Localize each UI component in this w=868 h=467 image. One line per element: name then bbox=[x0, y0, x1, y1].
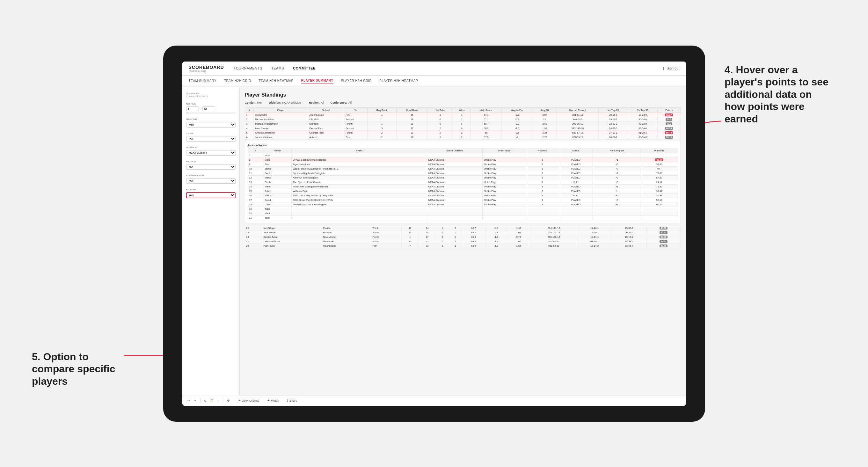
gender-select[interactable]: Men bbox=[186, 122, 236, 127]
no-rds-slider[interactable] bbox=[186, 113, 236, 114]
cell-points[interactable]: 40.58 bbox=[647, 226, 681, 230]
event-table-row: 8 Mats UNCW Seahawk Intercollegiate NCAA… bbox=[248, 157, 678, 162]
ecell-player[interactable]: Mats bbox=[263, 157, 292, 162]
ecell-w-points[interactable]: 30.47 bbox=[641, 189, 678, 193]
ecell-w-points[interactable]: 50.64 bbox=[641, 157, 678, 162]
ecell-w-points[interactable] bbox=[641, 211, 678, 216]
sign-out-btn[interactable]: Sign out bbox=[666, 66, 679, 70]
ecell-rank-impact: 1 bbox=[593, 189, 641, 193]
cell-points[interactable]: 40.27 bbox=[647, 230, 681, 235]
cell-conf-rank: 21 bbox=[397, 130, 428, 135]
cell-school: Florida bbox=[322, 226, 371, 230]
ecell-event-type: Stroke Play bbox=[482, 162, 526, 166]
ecell-player[interactable]: David bbox=[263, 198, 292, 202]
annotation-4-text: 4. Hover over a player's points to see a… bbox=[724, 64, 829, 125]
subnav-team-summary[interactable]: TEAM SUMMARY bbox=[189, 78, 217, 84]
nav-tournaments[interactable]: TOURNAMENTS bbox=[234, 65, 262, 71]
cell-player[interactable]: Jack Lundin bbox=[262, 230, 322, 235]
ecell-rounds: 3 bbox=[526, 166, 559, 171]
cell-player[interactable]: Wenyi Ding bbox=[254, 113, 308, 117]
ecell-w-points[interactable]: 25.38 bbox=[641, 193, 678, 198]
cell-player[interactable]: Jackson Kolson bbox=[254, 135, 308, 139]
ecell-player[interactable]: Phich bbox=[263, 180, 292, 184]
nav-teams[interactable]: TEAMS bbox=[271, 65, 284, 71]
toolbar-redo[interactable]: ↪ bbox=[194, 399, 196, 402]
ecell-w-points[interactable]: 16.90 bbox=[641, 184, 678, 189]
toolbar-clock[interactable]: ⏱ bbox=[227, 399, 230, 402]
no-rds-from-input[interactable] bbox=[186, 106, 199, 111]
cell-vs-top25: 29-15-0 bbox=[599, 113, 628, 117]
toolbar-minus[interactable]: − bbox=[217, 399, 219, 402]
main-content: Update time: 27/01/2024 16:56:26 No Rds.… bbox=[182, 87, 686, 396]
cell-points[interactable]: 39.95 bbox=[647, 239, 681, 244]
ecell-player[interactable]: Nichi bbox=[263, 153, 292, 157]
toolbar-share[interactable]: ⤴ Share bbox=[287, 399, 297, 402]
ecell-player[interactable]: Gordo bbox=[263, 171, 292, 175]
event-table-row: 9 Prest Tiger Invitational NCAA Division… bbox=[248, 162, 678, 166]
region-select[interactable]: N/A bbox=[186, 164, 236, 169]
ecell-player[interactable]: Jake I bbox=[263, 189, 292, 193]
cell-player[interactable]: Michael Thorbjornsen bbox=[254, 121, 308, 126]
ecell-w-points[interactable] bbox=[641, 153, 678, 157]
cell-points[interactable]: 68.54 bbox=[657, 126, 681, 130]
cell-player[interactable]: Christo Lamprecht bbox=[254, 130, 308, 135]
cell-player[interactable]: Michael La Sasso bbox=[254, 117, 308, 121]
cell-points[interactable]: 58.18 bbox=[657, 135, 681, 139]
cell-conf-rank: 21 bbox=[397, 121, 428, 126]
ecell-player[interactable]: Alex C bbox=[263, 193, 292, 198]
ecell-player[interactable]: Jacob bbox=[263, 166, 292, 171]
cell-overall: 452-96-12 bbox=[530, 239, 577, 244]
toolbar-paste[interactable]: 📋 bbox=[210, 399, 214, 402]
cell-points[interactable]: 60.49 bbox=[657, 130, 681, 135]
sidebar-conference-section: Conference (All) bbox=[186, 174, 236, 184]
ecell-rounds bbox=[526, 153, 559, 157]
ecell-w-points[interactable]: 73.83 bbox=[641, 171, 678, 175]
ecell-w-points[interactable]: 56.18 bbox=[641, 198, 678, 202]
subnav-team-h2h-grid[interactable]: TEAM H2H GRID bbox=[224, 78, 251, 84]
ecell-player[interactable]: Mattt bbox=[263, 211, 292, 216]
cell-avg-to-par: -1.8 bbox=[485, 244, 507, 248]
cell-points[interactable]: 76.3 bbox=[657, 117, 681, 121]
cell-vs-top50: 35-16-4 bbox=[628, 117, 657, 121]
ecell-w-points[interactable]: 57.57 bbox=[641, 175, 678, 180]
cell-points[interactable]: 38.49 bbox=[647, 244, 681, 248]
division-select[interactable]: NCAA Division I bbox=[186, 150, 236, 156]
subnav-team-h2h-heatmap[interactable]: TEAM H2H HEATMAP bbox=[259, 78, 293, 84]
cell-player[interactable]: Ian Gilligan bbox=[262, 226, 322, 230]
cell-player[interactable]: Luke Clanton bbox=[254, 126, 308, 130]
ecell-player[interactable]: Techt bbox=[263, 216, 292, 220]
toolbar-copy[interactable]: ⧉ bbox=[204, 399, 206, 403]
cell-rank: 1 bbox=[245, 113, 254, 117]
cell-player[interactable]: Petr Hruby bbox=[262, 244, 322, 248]
cell-player[interactable]: Cole Sherwood bbox=[262, 239, 322, 244]
cell-player[interactable]: Bastien Amat bbox=[262, 235, 322, 239]
ecell-w-points[interactable] bbox=[641, 207, 678, 211]
ecell-player[interactable]: Mane bbox=[263, 184, 292, 189]
ecell-w-points[interactable]: 24.11 bbox=[641, 180, 678, 184]
toolbar-view-original[interactable]: 👁 View: Original bbox=[238, 399, 259, 402]
subnav-player-summary[interactable]: PLAYER SUMMARY bbox=[301, 77, 334, 84]
cell-points[interactable]: 88.27 bbox=[657, 113, 681, 117]
ecell-w-points[interactable]: 66.40 bbox=[641, 202, 678, 207]
player-select[interactable]: (All) bbox=[186, 192, 236, 198]
ecell-player[interactable]: Brend bbox=[263, 175, 292, 180]
col-wins: Wins bbox=[453, 107, 471, 113]
ecell-player[interactable]: Tiger bbox=[263, 207, 292, 211]
ecell-w-points[interactable]: 53.60 bbox=[641, 162, 678, 166]
ecell-event-type bbox=[482, 216, 526, 220]
year-select[interactable]: (All) bbox=[186, 136, 236, 142]
toolbar-undo[interactable]: ↩ bbox=[187, 399, 190, 402]
ecell-w-points[interactable]: 40.7 bbox=[641, 166, 678, 171]
toolbar-watch[interactable]: 👁 Watch bbox=[267, 399, 279, 402]
ecell-player[interactable]: Prest bbox=[263, 162, 292, 166]
no-rds-to-input[interactable] bbox=[203, 106, 215, 111]
ecell-w-points[interactable] bbox=[641, 216, 678, 220]
cell-points[interactable]: 70.2 bbox=[657, 121, 681, 126]
cell-points[interactable]: 40.02 bbox=[647, 235, 681, 239]
subnav-player-h2h-heatmap[interactable]: PLAYER H2H HEATMAP bbox=[379, 78, 418, 84]
subnav-player-h2h-grid[interactable]: PLAYER H2H GRID bbox=[341, 78, 372, 84]
ecell-player[interactable]: Luke I bbox=[263, 202, 292, 207]
conference-select[interactable]: (All) bbox=[186, 178, 236, 184]
cell-avg-to-par: -1.6 bbox=[502, 126, 533, 130]
nav-committee[interactable]: COMMITTEE bbox=[293, 65, 316, 71]
